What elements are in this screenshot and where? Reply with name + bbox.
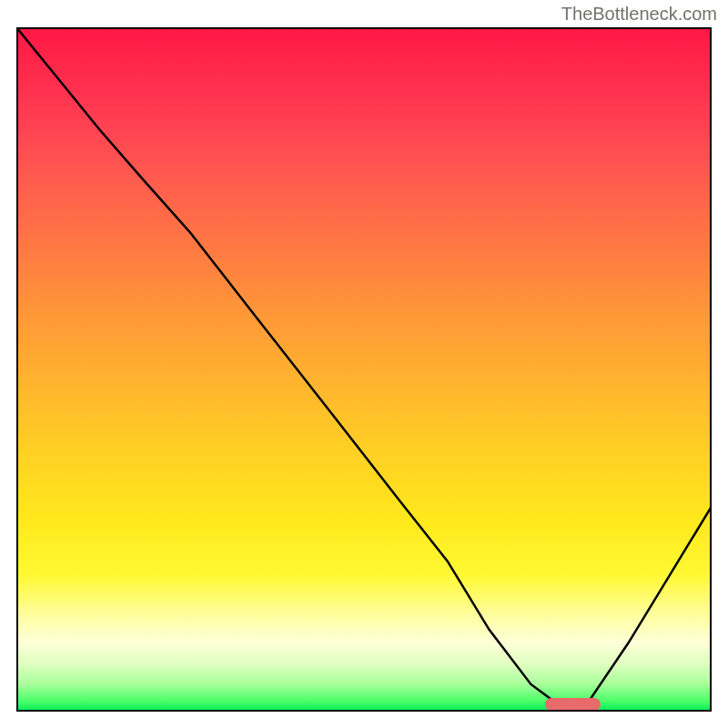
marker-bar — [545, 698, 601, 711]
curve-svg — [16, 27, 712, 712]
chart-container — [16, 27, 712, 712]
watermark-text: TheBottleneck.com — [561, 4, 717, 25]
curve-line — [16, 27, 712, 705]
